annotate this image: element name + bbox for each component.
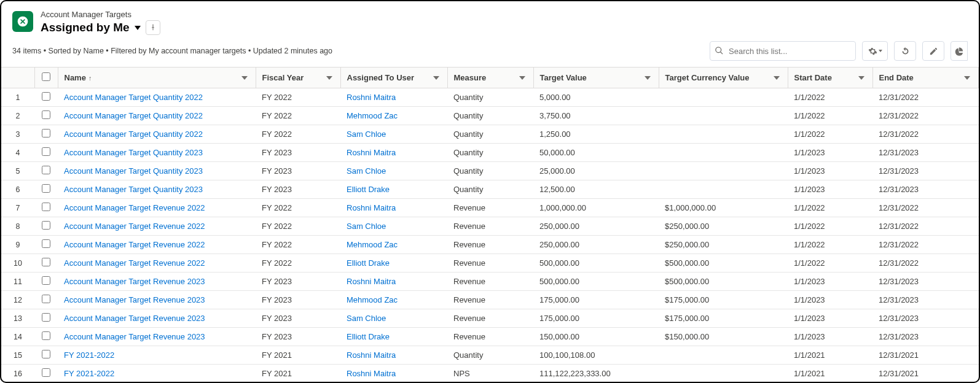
list-view-controls-button[interactable] [862,41,888,61]
user-link[interactable]: Sam Chloe [347,130,386,139]
row-checkbox[interactable] [42,295,50,303]
sort-asc-icon: ↑ [88,74,92,82]
user-link[interactable]: Mehmood Zac [347,111,398,120]
search-icon [715,46,724,55]
row-checkbox[interactable] [42,203,50,211]
user-link[interactable]: Sam Chloe [347,314,386,323]
cell-currency: $175,000.00 [659,291,788,309]
cell-measure: Revenue [447,328,533,346]
user-link[interactable]: Roshni Maitra [347,148,396,157]
column-header-target[interactable]: Target Value [533,68,659,88]
cell-currency [659,88,788,107]
list-view-name[interactable]: Assigned by Me [41,21,130,34]
user-link[interactable]: Mehmood Zac [347,295,398,304]
record-link[interactable]: FY 2021-2022 [64,369,114,378]
cell-target: 111,122,223,333.00 [533,365,659,383]
cell-fiscal: FY 2021 [256,346,340,365]
row-checkbox[interactable] [42,221,50,230]
search-input[interactable] [710,41,856,61]
cell-fiscal: FY 2023 [256,144,340,162]
cell-target: 1,000,000.00 [533,199,659,217]
record-link[interactable]: Account Manager Target Quantity 2022 [64,93,203,102]
column-header-fiscal[interactable]: Fiscal Year [256,68,340,88]
cell-end: 12/31/2023 [872,273,979,291]
row-checkbox[interactable] [42,368,50,377]
user-link[interactable]: Roshni Maitra [347,277,396,286]
record-link[interactable]: Account Manager Target Revenue 2022 [64,222,205,231]
row-checkbox[interactable] [42,313,50,322]
column-menu-button[interactable] [324,73,334,83]
user-link[interactable]: Elliott Drake [347,185,390,194]
row-checkbox[interactable] [42,110,50,119]
record-link[interactable]: Account Manager Target Revenue 2022 [64,203,205,212]
column-header-start[interactable]: Start Date [788,68,872,88]
table-row: 11 Account Manager Target Revenue 2023 F… [1,273,979,291]
row-checkbox[interactable] [42,129,50,137]
row-checkbox[interactable] [42,92,50,101]
cell-fiscal: FY 2022 [256,217,340,236]
table-row: 9 Account Manager Target Revenue 2022 FY… [1,236,979,254]
record-link[interactable]: Account Manager Target Quantity 2023 [64,185,203,194]
column-header-select[interactable] [34,68,58,88]
record-link[interactable]: Account Manager Target Quantity 2023 [64,166,203,176]
row-checkbox[interactable] [42,350,50,358]
user-link[interactable]: Sam Chloe [347,166,386,176]
pin-button[interactable] [146,20,160,35]
column-menu-button[interactable] [962,73,972,83]
data-grid: Name↑ Fiscal Year Assigned To User [1,67,979,383]
column-header-assigned[interactable]: Assigned To User [340,68,447,88]
column-menu-button[interactable] [517,73,527,83]
column-label: Start Date [794,73,832,82]
column-header-currency[interactable]: Target Currency Value [659,68,788,88]
record-link[interactable]: Account Manager Target Revenue 2022 [64,240,205,249]
column-header-end[interactable]: End Date [872,68,979,88]
record-link[interactable]: FY 2021-2022 [64,350,114,360]
edit-button[interactable] [922,41,944,61]
row-checkbox[interactable] [42,239,50,248]
cell-fiscal: FY 2022 [256,236,340,254]
row-select-cell [34,144,58,162]
row-checkbox[interactable] [42,258,50,266]
row-checkbox[interactable] [42,184,50,193]
user-link[interactable]: Roshni Maitra [347,203,396,212]
cell-measure: Quantity [447,88,533,107]
row-checkbox[interactable] [42,276,50,285]
row-checkbox[interactable] [42,147,50,156]
row-select-cell [34,365,58,383]
row-checkbox[interactable] [42,331,50,340]
column-header-name[interactable]: Name↑ [58,68,256,88]
user-link[interactable]: Roshni Maitra [347,350,396,360]
record-link[interactable]: Account Manager Target Revenue 2022 [64,258,205,268]
record-link[interactable]: Account Manager Target Revenue 2023 [64,332,205,341]
column-menu-button[interactable] [772,73,782,83]
user-link[interactable]: Roshni Maitra [347,369,396,378]
chevron-down-icon[interactable] [135,26,141,30]
row-number: 10 [1,254,34,273]
record-link[interactable]: Account Manager Target Quantity 2022 [64,130,203,139]
cell-currency: $500,000.00 [659,273,788,291]
user-link[interactable]: Roshni Maitra [347,93,396,102]
row-checkbox[interactable] [42,166,50,174]
record-link[interactable]: Account Manager Target Quantity 2022 [64,111,203,120]
column-menu-button[interactable] [240,73,249,83]
refresh-button[interactable] [894,41,916,61]
record-link[interactable]: Account Manager Target Revenue 2023 [64,277,205,286]
row-select-cell [34,273,58,291]
user-link[interactable]: Mehmood Zac [347,240,398,249]
cell-currency: $500,000.00 [659,254,788,273]
row-select-cell [34,125,58,144]
record-link[interactable]: Account Manager Target Revenue 2023 [64,314,205,323]
column-menu-button[interactable] [857,73,866,83]
chart-button[interactable] [951,41,968,61]
column-header-measure[interactable]: Measure [447,68,533,88]
column-menu-button[interactable] [643,73,653,83]
cell-fiscal: FY 2023 [256,328,340,346]
column-label: Target Currency Value [665,73,750,82]
column-menu-button[interactable] [431,73,441,83]
user-link[interactable]: Elliott Drake [347,332,390,341]
select-all-checkbox[interactable] [42,72,50,81]
user-link[interactable]: Elliott Drake [347,258,390,268]
record-link[interactable]: Account Manager Target Revenue 2023 [64,295,205,304]
user-link[interactable]: Sam Chloe [347,222,386,231]
record-link[interactable]: Account Manager Target Quantity 2023 [64,148,203,157]
